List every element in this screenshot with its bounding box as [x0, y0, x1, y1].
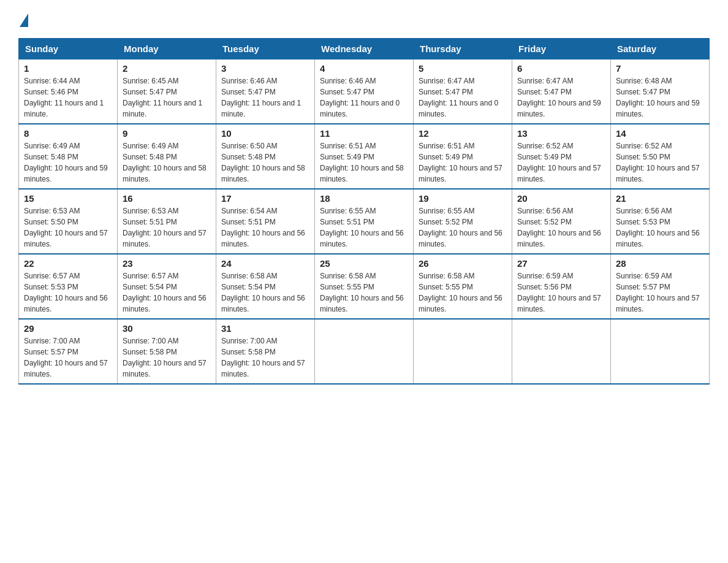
day-info: Sunrise: 6:57 AMSunset: 5:53 PMDaylight:…: [24, 270, 112, 315]
calendar-header: SundayMondayTuesdayWednesdayThursdayFrid…: [19, 39, 710, 59]
day-number: 11: [320, 128, 408, 139]
day-cell: [512, 319, 611, 384]
day-info: Sunrise: 6:44 AMSunset: 5:46 PMDaylight:…: [24, 75, 112, 120]
day-cell: 24 Sunrise: 6:58 AMSunset: 5:54 PMDaylig…: [216, 254, 315, 319]
day-cell: 30 Sunrise: 7:00 AMSunset: 5:58 PMDaylig…: [118, 319, 216, 384]
day-number: 13: [517, 128, 605, 139]
week-row-3: 15 Sunrise: 6:53 AMSunset: 5:50 PMDaylig…: [19, 189, 710, 254]
day-number: 27: [517, 258, 605, 269]
day-cell: 16 Sunrise: 6:53 AMSunset: 5:51 PMDaylig…: [118, 189, 216, 254]
day-info: Sunrise: 6:58 AMSunset: 5:55 PMDaylight:…: [320, 270, 408, 315]
day-number: 5: [419, 63, 507, 74]
day-info: Sunrise: 6:55 AMSunset: 5:51 PMDaylight:…: [320, 205, 408, 250]
day-info: Sunrise: 6:49 AMSunset: 5:48 PMDaylight:…: [123, 140, 211, 185]
day-number: 23: [123, 258, 211, 269]
day-number: 25: [320, 258, 408, 269]
day-cell: 27 Sunrise: 6:59 AMSunset: 5:56 PMDaylig…: [512, 254, 611, 319]
day-number: 12: [419, 128, 507, 139]
day-number: 18: [320, 193, 408, 204]
day-number: 9: [123, 128, 211, 139]
day-number: 4: [320, 63, 408, 74]
day-info: Sunrise: 6:47 AMSunset: 5:47 PMDaylight:…: [517, 75, 605, 120]
day-cell: 11 Sunrise: 6:51 AMSunset: 5:49 PMDaylig…: [315, 124, 414, 189]
day-cell: 6 Sunrise: 6:47 AMSunset: 5:47 PMDayligh…: [512, 59, 611, 124]
day-number: 8: [24, 128, 112, 139]
header-cell-wednesday: Wednesday: [315, 39, 414, 59]
day-cell: 31 Sunrise: 7:00 AMSunset: 5:58 PMDaylig…: [216, 319, 315, 384]
day-number: 24: [221, 258, 309, 269]
day-number: 7: [616, 63, 704, 74]
day-cell: 5 Sunrise: 6:47 AMSunset: 5:47 PMDayligh…: [414, 59, 512, 124]
day-number: 2: [123, 63, 211, 74]
day-info: Sunrise: 6:55 AMSunset: 5:52 PMDaylight:…: [419, 205, 507, 250]
day-number: 30: [123, 323, 211, 334]
day-cell: 17 Sunrise: 6:54 AMSunset: 5:51 PMDaylig…: [216, 189, 315, 254]
day-info: Sunrise: 6:49 AMSunset: 5:48 PMDaylight:…: [24, 140, 112, 185]
day-info: Sunrise: 6:52 AMSunset: 5:50 PMDaylight:…: [616, 140, 704, 185]
day-cell: 29 Sunrise: 7:00 AMSunset: 5:57 PMDaylig…: [19, 319, 118, 384]
day-number: 6: [517, 63, 605, 74]
day-info: Sunrise: 6:59 AMSunset: 5:56 PMDaylight:…: [517, 270, 605, 315]
day-cell: [611, 319, 710, 384]
week-row-2: 8 Sunrise: 6:49 AMSunset: 5:48 PMDayligh…: [19, 124, 710, 189]
day-number: 3: [221, 63, 309, 74]
day-number: 20: [517, 193, 605, 204]
day-number: 28: [616, 258, 704, 269]
day-info: Sunrise: 6:54 AMSunset: 5:51 PMDaylight:…: [221, 205, 309, 250]
day-number: 14: [616, 128, 704, 139]
day-info: Sunrise: 6:56 AMSunset: 5:53 PMDaylight:…: [616, 205, 704, 250]
week-row-4: 22 Sunrise: 6:57 AMSunset: 5:53 PMDaylig…: [19, 254, 710, 319]
header-cell-friday: Friday: [512, 39, 611, 59]
day-cell: 3 Sunrise: 6:46 AMSunset: 5:47 PMDayligh…: [216, 59, 315, 124]
day-info: Sunrise: 6:50 AMSunset: 5:48 PMDaylight:…: [221, 140, 309, 185]
week-row-1: 1 Sunrise: 6:44 AMSunset: 5:46 PMDayligh…: [19, 59, 710, 124]
day-cell: 13 Sunrise: 6:52 AMSunset: 5:49 PMDaylig…: [512, 124, 611, 189]
day-cell: 4 Sunrise: 6:46 AMSunset: 5:47 PMDayligh…: [315, 59, 414, 124]
day-cell: 8 Sunrise: 6:49 AMSunset: 5:48 PMDayligh…: [19, 124, 118, 189]
day-number: 29: [24, 323, 112, 334]
day-cell: 28 Sunrise: 6:59 AMSunset: 5:57 PMDaylig…: [611, 254, 710, 319]
day-info: Sunrise: 6:46 AMSunset: 5:47 PMDaylight:…: [221, 75, 309, 120]
header-cell-sunday: Sunday: [19, 39, 118, 59]
day-cell: 26 Sunrise: 6:58 AMSunset: 5:55 PMDaylig…: [414, 254, 512, 319]
day-number: 16: [123, 193, 211, 204]
day-cell: 10 Sunrise: 6:50 AMSunset: 5:48 PMDaylig…: [216, 124, 315, 189]
day-info: Sunrise: 6:47 AMSunset: 5:47 PMDaylight:…: [419, 75, 507, 120]
day-info: Sunrise: 6:51 AMSunset: 5:49 PMDaylight:…: [320, 140, 408, 185]
day-cell: [414, 319, 512, 384]
day-number: 10: [221, 128, 309, 139]
header-cell-tuesday: Tuesday: [216, 39, 315, 59]
day-info: Sunrise: 6:45 AMSunset: 5:47 PMDaylight:…: [123, 75, 211, 120]
header-cell-thursday: Thursday: [414, 39, 512, 59]
page-header: [18, 12, 710, 26]
day-info: Sunrise: 6:59 AMSunset: 5:57 PMDaylight:…: [616, 270, 704, 315]
day-info: Sunrise: 6:58 AMSunset: 5:54 PMDaylight:…: [221, 270, 309, 315]
day-cell: 19 Sunrise: 6:55 AMSunset: 5:52 PMDaylig…: [414, 189, 512, 254]
day-info: Sunrise: 6:46 AMSunset: 5:47 PMDaylight:…: [320, 75, 408, 120]
day-number: 19: [419, 193, 507, 204]
day-cell: 14 Sunrise: 6:52 AMSunset: 5:50 PMDaylig…: [611, 124, 710, 189]
day-cell: 23 Sunrise: 6:57 AMSunset: 5:54 PMDaylig…: [118, 254, 216, 319]
day-number: 31: [221, 323, 309, 334]
day-cell: 20 Sunrise: 6:56 AMSunset: 5:52 PMDaylig…: [512, 189, 611, 254]
day-cell: 22 Sunrise: 6:57 AMSunset: 5:53 PMDaylig…: [19, 254, 118, 319]
day-cell: 18 Sunrise: 6:55 AMSunset: 5:51 PMDaylig…: [315, 189, 414, 254]
day-number: 1: [24, 63, 112, 74]
day-info: Sunrise: 6:52 AMSunset: 5:49 PMDaylight:…: [517, 140, 605, 185]
day-number: 15: [24, 193, 112, 204]
calendar-body: 1 Sunrise: 6:44 AMSunset: 5:46 PMDayligh…: [19, 59, 710, 385]
header-cell-saturday: Saturday: [611, 39, 710, 59]
day-number: 22: [24, 258, 112, 269]
day-cell: 25 Sunrise: 6:58 AMSunset: 5:55 PMDaylig…: [315, 254, 414, 319]
day-info: Sunrise: 6:57 AMSunset: 5:54 PMDaylight:…: [123, 270, 211, 315]
day-info: Sunrise: 7:00 AMSunset: 5:57 PMDaylight:…: [24, 335, 112, 380]
header-row: SundayMondayTuesdayWednesdayThursdayFrid…: [19, 39, 710, 59]
day-cell: 2 Sunrise: 6:45 AMSunset: 5:47 PMDayligh…: [118, 59, 216, 124]
header-cell-monday: Monday: [118, 39, 216, 59]
day-info: Sunrise: 6:48 AMSunset: 5:47 PMDaylight:…: [616, 75, 704, 120]
day-number: 17: [221, 193, 309, 204]
day-cell: 12 Sunrise: 6:51 AMSunset: 5:49 PMDaylig…: [414, 124, 512, 189]
logo-triangle-icon: [20, 13, 28, 27]
day-info: Sunrise: 7:00 AMSunset: 5:58 PMDaylight:…: [221, 335, 309, 380]
day-cell: 1 Sunrise: 6:44 AMSunset: 5:46 PMDayligh…: [19, 59, 118, 124]
